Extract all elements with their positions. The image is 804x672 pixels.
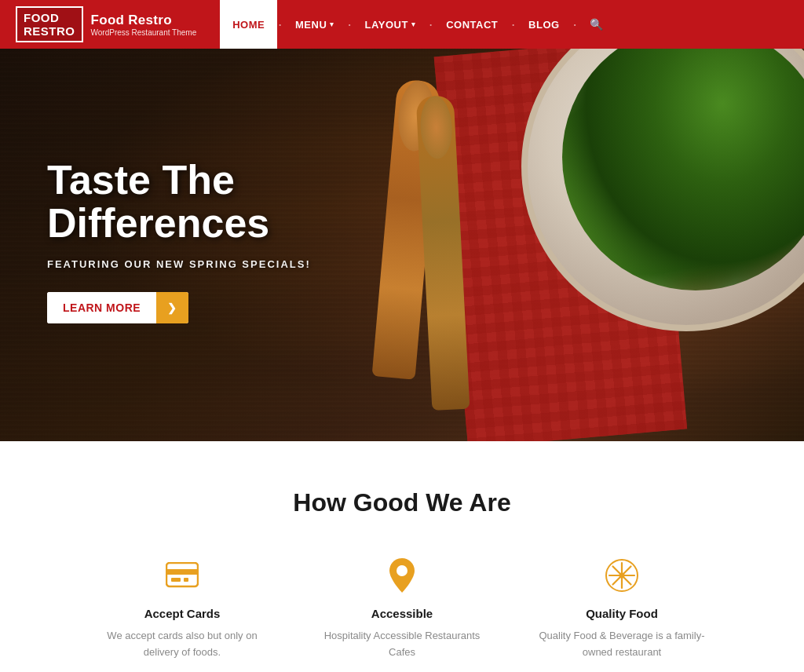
- menu-arrow: ▾: [330, 20, 334, 28]
- feature-accept-cards: Accept Cards We accept cards also but on…: [96, 557, 269, 661]
- search-icon: 🔍: [590, 18, 604, 31]
- learn-more-label: Learn More: [47, 292, 156, 323]
- nav-item-layout[interactable]: LAYOUT ▾: [353, 0, 429, 49]
- nav-item-menu[interactable]: MENU ▾: [283, 0, 347, 49]
- site-tagline: WordPress Restaurant Theme: [91, 28, 197, 37]
- hero-salad: [562, 49, 804, 290]
- accept-cards-desc: We accept cards also but only on deliver…: [96, 628, 269, 661]
- learn-more-arrow-icon: ❯: [156, 292, 188, 323]
- accept-cards-label: Accept Cards: [96, 607, 269, 620]
- header: Food Restro Food Restro WordPress Restau…: [0, 0, 804, 49]
- svg-rect-1: [166, 569, 198, 575]
- main-nav: HOME • MENU ▾ • LAYOUT ▾ • CONTACT • BLO…: [220, 0, 788, 49]
- pin-icon: [316, 557, 488, 594]
- accessible-label: Accessible: [316, 607, 488, 620]
- feature-accessible: Accessible Hospitality Accessible Restau…: [316, 557, 488, 661]
- hero-content: Taste The Differences FEATURING OUR NEW …: [47, 159, 311, 323]
- logo-text: Food Restro WordPress Restaurant Theme: [91, 13, 197, 37]
- nav-sep-5: •: [572, 21, 578, 28]
- quality-food-label: Quality Food: [535, 607, 708, 620]
- logo-line2: Restro: [24, 24, 75, 38]
- svg-rect-3: [184, 578, 188, 582]
- layout-arrow: ▾: [411, 20, 416, 28]
- svg-point-10: [619, 573, 625, 579]
- nav-item-blog[interactable]: BLOG: [516, 0, 572, 49]
- feature-quality-food: Quality Food Quality Food & Beverage is …: [535, 557, 708, 661]
- snowflake-icon: [535, 557, 708, 594]
- nav-item-home[interactable]: HOME: [220, 0, 277, 49]
- learn-more-button[interactable]: Learn More ❯: [47, 292, 188, 323]
- nav-item-contact[interactable]: CONTACT: [433, 0, 510, 49]
- nav-sep-3: •: [428, 21, 433, 28]
- card-icon: [96, 557, 269, 594]
- site-name: Food Restro: [91, 13, 197, 28]
- features-section: How Good We Are Accept Cards We accept c…: [0, 441, 804, 672]
- features-grid: Accept Cards We accept cards also but on…: [31, 557, 773, 661]
- logo-line1: Food: [24, 11, 59, 24]
- hero-title: Taste The Differences: [47, 159, 311, 244]
- quality-food-desc: Quality Food & Beverage is a family-owne…: [535, 628, 708, 661]
- svg-rect-2: [171, 578, 181, 582]
- nav-sep-4: •: [510, 21, 516, 28]
- nav-sep-2: •: [347, 21, 353, 28]
- logo-box: Food Restro: [16, 6, 83, 43]
- accessible-desc: Hospitality Accessible Restaurants Cafes: [316, 628, 488, 661]
- hero-subtitle: FEATURING OUR NEW SPRING SPECIALS!: [47, 258, 311, 270]
- logo[interactable]: Food Restro Food Restro WordPress Restau…: [16, 6, 196, 43]
- hero-section: Taste The Differences FEATURING OUR NEW …: [0, 49, 804, 441]
- features-title: How Good We Are: [31, 488, 773, 517]
- nav-sep-1: •: [277, 21, 283, 28]
- svg-point-4: [397, 565, 407, 576]
- search-button[interactable]: 🔍: [577, 0, 613, 49]
